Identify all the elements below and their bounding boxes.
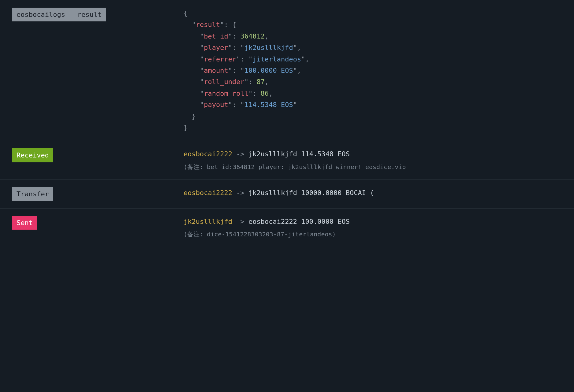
transfer-line: eosbocai2222 -> jk2uslllkjfd 10000.0000 …	[184, 187, 562, 198]
amount-value: 10000.0000 BOCAI (	[301, 189, 374, 197]
received-badge: Received	[12, 148, 53, 162]
to-account[interactable]: eosbocai2222	[248, 218, 297, 225]
received-row: Received eosbocai2222 -> jk2uslllkjfd 11…	[0, 141, 574, 179]
transfer-line: eosbocai2222 -> jk2uslllkjfd 114.5348 EO…	[184, 148, 562, 160]
transfer-row: Transfer eosbocai2222 -> jk2uslllkjfd 10…	[0, 179, 574, 208]
to-account[interactable]: jk2uslllkjfd	[248, 189, 297, 197]
from-account[interactable]: jk2uslllkjfd	[184, 218, 232, 225]
to-account[interactable]: jk2uslllkjfd	[248, 150, 297, 158]
arrow-icon: ->	[236, 218, 244, 225]
amount-value: 100.0000 EOS	[301, 218, 350, 225]
memo-text: (备注: bet id:364812 player: jk2uslllkjfd …	[184, 162, 562, 172]
action-badge: eosbocailogs - result	[12, 8, 106, 21]
sent-row: Sent jk2uslllkjfd -> eosbocai2222 100.00…	[0, 208, 574, 247]
arrow-icon: ->	[236, 150, 244, 158]
memo-text: (备注: dice-1541228303203-87-jiterlandeos)	[184, 229, 562, 239]
amount-value: 114.5348 EOS	[301, 150, 350, 158]
transfer-badge: Transfer	[12, 187, 53, 201]
transfer-line: jk2uslllkjfd -> eosbocai2222 100.0000 EO…	[184, 216, 562, 227]
from-account[interactable]: eosbocai2222	[184, 150, 232, 158]
arrow-icon: ->	[236, 189, 244, 197]
action-row: eosbocailogs - result { "result": { "bet…	[0, 0, 574, 141]
sent-badge: Sent	[12, 216, 37, 230]
from-account[interactable]: eosbocai2222	[184, 189, 232, 197]
json-block: { "result": { "bet_id": 364812, "player"…	[184, 8, 562, 133]
